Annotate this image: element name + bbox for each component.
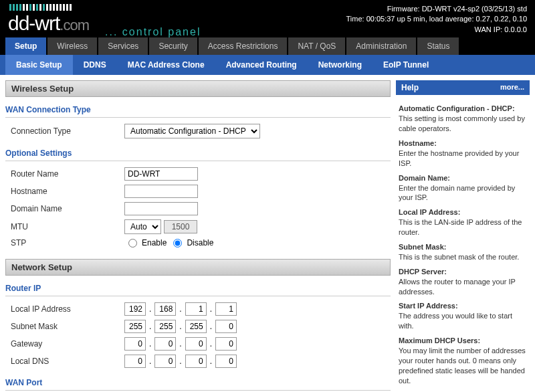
firmware-text: Firmware: DD-WRT v24-sp2 (03/25/13) std xyxy=(346,4,528,14)
domain-name-label: Domain Name xyxy=(11,204,124,213)
help-item-desc: The address you would like to start with… xyxy=(399,311,527,331)
wan-connection-type-header: WAN Connection Type xyxy=(5,102,391,118)
help-item-desc: Enter the domain name provided by your I… xyxy=(399,183,527,203)
help-title: Help xyxy=(401,83,419,92)
subtab-basic-setup[interactable]: Basic Setup xyxy=(5,55,73,75)
subnet-label: Subnet Mask xyxy=(11,322,124,331)
help-item-title: Subnet Mask: xyxy=(399,243,527,251)
local-ip-oct4[interactable] xyxy=(215,302,237,316)
help-item-title: Maximum DHCP Users: xyxy=(399,336,527,345)
status-info: Firmware: DD-WRT v24-sp2 (03/25/13) std … xyxy=(346,4,528,35)
main-panel: Wireless Setup WAN Connection Type Conne… xyxy=(5,80,391,392)
local-dns-oct3[interactable] xyxy=(185,355,207,368)
gateway-oct1[interactable] xyxy=(124,337,146,351)
help-item-title: Domain Name: xyxy=(399,174,527,182)
hostname-label: Hostname xyxy=(11,187,124,196)
help-item-desc: This is the LAN-side IP address of the r… xyxy=(399,217,527,237)
local-ip-oct3[interactable] xyxy=(185,302,207,316)
mtu-value-input xyxy=(164,220,197,233)
subtab-ddns[interactable]: DDNS xyxy=(73,55,117,75)
stp-enable-radio[interactable] xyxy=(128,239,137,248)
subtab-eoip[interactable]: EoIP Tunnel xyxy=(372,55,439,75)
connection-type-select[interactable]: Automatic Configuration - DHCP xyxy=(124,124,260,138)
mtu-mode-select[interactable]: Auto xyxy=(124,219,161,234)
subtab-adv-routing[interactable]: Advanced Routing xyxy=(215,55,308,75)
gateway-label: Gateway xyxy=(11,339,124,349)
local-dns-label: Local DNS xyxy=(11,357,124,366)
tab-security[interactable]: Security xyxy=(149,37,197,55)
tab-services[interactable]: Services xyxy=(98,37,148,55)
mtu-label: MTU xyxy=(11,222,124,231)
tab-administration[interactable]: Administration xyxy=(346,37,416,55)
help-item-desc: This setting is most commonly used by ca… xyxy=(399,114,527,134)
subnet-oct1[interactable] xyxy=(124,320,146,333)
local-dns-oct1[interactable] xyxy=(124,355,146,368)
tab-setup[interactable]: Setup xyxy=(5,37,46,55)
subnet-oct2[interactable] xyxy=(154,320,176,333)
router-ip-header: Router IP xyxy=(5,281,391,296)
network-setup-header: Network Setup xyxy=(5,259,391,276)
control-panel-label: ... control panel xyxy=(105,26,201,37)
tab-access-restrictions[interactable]: Access Restrictions xyxy=(199,37,288,55)
local-ip-oct1[interactable] xyxy=(124,302,146,316)
wan-port-header: WAN Port xyxy=(5,375,391,391)
help-item-title: Start IP Address: xyxy=(399,302,527,310)
gateway-oct3[interactable] xyxy=(185,337,207,351)
optional-settings-header: Optional Settings xyxy=(5,146,391,161)
gateway-oct4[interactable] xyxy=(215,337,237,351)
tab-nat-qos[interactable]: NAT / QoS xyxy=(288,37,345,55)
help-more-link[interactable]: more... xyxy=(500,83,524,92)
help-item-title: Local IP Address: xyxy=(399,208,527,216)
router-name-input[interactable] xyxy=(124,167,198,181)
logo: dd-wrt.com... control panel xyxy=(8,4,201,35)
subtab-networking[interactable]: Networking xyxy=(308,55,372,75)
tab-status[interactable]: Status xyxy=(417,37,459,55)
help-item-desc: Allows the router to manage your IP addr… xyxy=(399,277,527,297)
subnet-oct3[interactable] xyxy=(185,320,207,333)
sub-tabs: Basic Setup DDNS MAC Address Clone Advan… xyxy=(0,55,535,75)
hostname-input[interactable] xyxy=(124,185,198,198)
main-tabs: Setup Wireless Services Security Access … xyxy=(0,37,535,55)
enable-label: Enable xyxy=(142,238,167,248)
help-item-title: DHCP Server: xyxy=(399,268,527,276)
domain-name-input[interactable] xyxy=(124,202,198,215)
tab-wireless[interactable]: Wireless xyxy=(47,37,97,55)
subnet-oct4[interactable] xyxy=(215,320,237,333)
help-item-title: Hostname: xyxy=(399,139,527,147)
stp-label: STP xyxy=(11,238,124,248)
local-ip-oct2[interactable] xyxy=(154,302,176,316)
help-item-desc: You may limit the number of addresses yo… xyxy=(399,346,527,385)
wireless-setup-header: Wireless Setup xyxy=(5,80,391,97)
gateway-oct2[interactable] xyxy=(154,337,176,351)
help-item-title: Automatic Configuration - DHCP: xyxy=(399,104,527,112)
disable-label: Disable xyxy=(187,238,213,248)
header: dd-wrt.com... control panel Firmware: DD… xyxy=(0,0,535,35)
stp-disable-radio[interactable] xyxy=(173,239,182,248)
connection-type-label: Connection Type xyxy=(11,126,124,136)
subtab-mac-clone[interactable]: MAC Address Clone xyxy=(117,55,215,75)
local-dns-oct2[interactable] xyxy=(154,355,176,368)
help-item-desc: This is the subnet mask of the router. xyxy=(399,252,527,262)
local-dns-oct4[interactable] xyxy=(215,355,237,368)
time-text: Time: 00:05:37 up 5 min, load average: 0… xyxy=(346,14,528,24)
help-panel: Help more... Automatic Configuration - D… xyxy=(396,80,530,392)
local-ip-label: Local IP Address xyxy=(11,304,124,314)
router-name-label: Router Name xyxy=(11,169,124,179)
help-item-desc: Enter the hostname provided by your ISP. xyxy=(399,149,527,169)
wan-ip-text: WAN IP: 0.0.0.0 xyxy=(346,25,528,35)
